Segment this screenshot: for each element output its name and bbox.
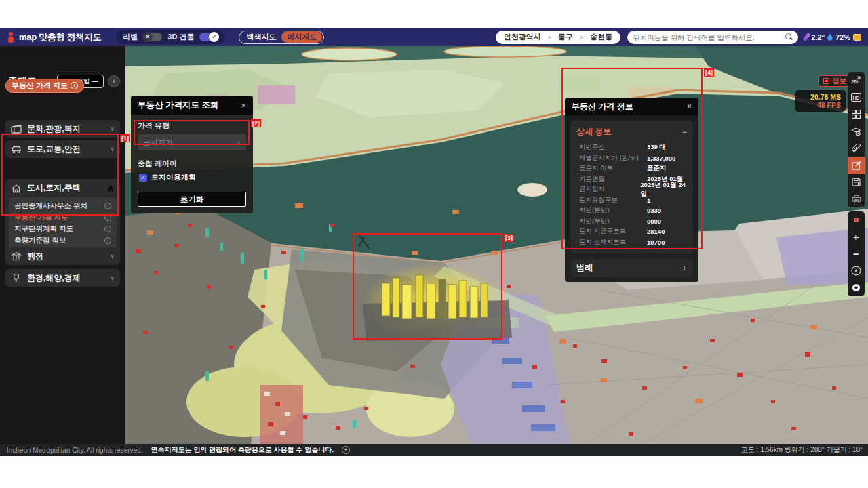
svg-text:HD: HD [853, 96, 860, 100]
sidebar-item-label: 문화,관광,복지 [27, 123, 104, 135]
location-search [627, 30, 798, 44]
copyright-text: Incheon Metropolitan City. All rights re… [7, 447, 142, 454]
culture-icon [11, 124, 22, 134]
expand-notice-icon[interactable]: + [342, 446, 350, 454]
label-toggle[interactable]: × [143, 33, 162, 41]
sublist-item-district-plan-map[interactable]: 지구단위계획 지도 i [9, 223, 117, 235]
active-map-tag[interactable]: 부동산 가격 지도 i [5, 79, 84, 93]
info-icon[interactable]: i [104, 226, 111, 232]
humidity-value: 72% [835, 33, 850, 41]
top-navigation-bar: map 맞춤형 정책지도 라벨 × 3D 건물 ✓ 백색지도 메시지도 인천광역… [0, 28, 868, 46]
cadastral-notice: 연속지적도는 임의 편집되어 측량용으로 사용할 수 없습니다. [151, 445, 333, 455]
annotation-box-3 [353, 233, 502, 340]
government-icon [11, 251, 22, 261]
area-select-icon[interactable] [848, 157, 865, 174]
mesh-map-option[interactable]: 메시지도 [281, 31, 322, 43]
performance-badge: 20.76 MS 48 FPS [795, 90, 846, 112]
chevron-down-icon: ∨ [110, 125, 115, 132]
weather-widget: 2.2° 72% [805, 33, 861, 41]
sidebar-item-label: 행정 [27, 251, 104, 262]
map-nav-strip: + − [848, 211, 865, 296]
close-icon[interactable]: × [241, 100, 246, 110]
annotation-box-4 [561, 68, 703, 249]
tree-icon [11, 273, 22, 283]
breadcrumb-separator: > [580, 34, 583, 41]
chevron-down-icon: ∨ [110, 274, 115, 281]
sidebar-item-label: 환경,해양,경제 [27, 272, 104, 284]
temperature-value: 2.2° [811, 33, 825, 41]
map-tools-strip: 2D HD [848, 72, 865, 207]
logo-title: map 맞춤형 정책지도 [19, 31, 101, 43]
legend-title: 범례 [576, 262, 682, 274]
active-map-tag-label: 부동산 가격 지도 [12, 81, 68, 91]
overlay-layer-label: 중첩 레이어 [138, 159, 246, 169]
info-icon[interactable]: i [71, 82, 78, 89]
humidity-icon [827, 34, 833, 41]
query-panel-title: 부동산 가격지도 조회 [138, 100, 241, 111]
my-location-icon[interactable] [848, 279, 865, 296]
zoom-in-button[interactable]: + [848, 228, 865, 245]
breadcrumb-separator: > [548, 34, 551, 41]
overlay-checkbox-row[interactable]: ✓ 토지이용계획 [139, 172, 246, 182]
legend-card[interactable]: 범례 + [570, 259, 693, 277]
breadcrumb-sido[interactable]: 인천광역시 [504, 32, 541, 42]
annotation-tag-4: [4] [704, 68, 714, 77]
print-icon[interactable] [848, 190, 865, 207]
annotation-tag-2: [2] [251, 119, 261, 127]
compass-reset-icon[interactable] [848, 262, 865, 279]
basemap-segmented-control: 백색지도 메시지도 [239, 30, 324, 44]
annotation-tag-1: [1] [120, 134, 130, 142]
sidebar-item-environment[interactable]: 환경,해양,경제 ∨ [5, 269, 120, 287]
building-3d-toggle[interactable]: ✓ [199, 33, 218, 41]
svg-text:2D: 2D [851, 79, 858, 85]
expand-icon[interactable]: + [682, 263, 687, 273]
render-fps: 48 FPS [800, 101, 841, 109]
info-list-icon [823, 78, 829, 84]
annotation-tag-3: [3] [504, 234, 514, 242]
logo-icon [7, 32, 15, 43]
zoom-out-button[interactable]: − [848, 245, 865, 262]
thermometer-icon [803, 33, 811, 41]
building-toggle-label: 3D 건물 [167, 32, 194, 42]
status-bar: Incheon Metropolitan City. All rights re… [0, 444, 868, 456]
save-icon[interactable] [848, 174, 865, 190]
render-ms: 20.76 MS [800, 93, 841, 101]
query-panel-header: 부동산 가격지도 조회 × [131, 96, 253, 115]
sidebar-item-admin[interactable]: 행정 ∨ [5, 247, 120, 265]
map-info-button[interactable]: 정보 [818, 75, 851, 87]
white-map-option[interactable]: 백색지도 [241, 31, 281, 43]
annotation-box-2 [134, 120, 250, 145]
breadcrumb: 인천광역시 > 동구 > 송현동 [496, 30, 621, 44]
search-input[interactable] [633, 33, 785, 41]
layer-toggle-group: 라벨 × 3D 건물 ✓ [116, 30, 225, 44]
checkbox-checked[interactable]: ✓ [139, 174, 147, 182]
info-icon[interactable]: i [104, 237, 111, 244]
measure-ruler-icon[interactable] [848, 140, 865, 157]
screenshot-stage: map 맞춤형 정책지도 라벨 × 3D 건물 ✓ 백색지도 메시지도 인천광역… [0, 0, 868, 488]
dimension-toggle-icon[interactable]: 2D [848, 72, 865, 89]
price-map-query-panel: 부동산 가격지도 조회 × 가격 유형 공시지가 ∨ 중첩 레이어 ✓ 토지이용… [131, 96, 253, 214]
grid-layout-icon[interactable] [848, 106, 865, 123]
hd-quality-icon[interactable]: HD [848, 89, 865, 106]
theme-map-sidebar: 주제도 모두접힘 ― ‹ 문화,관광,복지 ∨ 도로,교통,안전 ∨ [0, 46, 125, 444]
camera-status: 고도 : 1.56km 방위각 : 288° 기울기 : 18° [741, 445, 863, 455]
app-logo[interactable]: map 맞춤형 정책지도 [7, 31, 101, 43]
breadcrumb-gu[interactable]: 동구 [558, 32, 573, 42]
chevron-down-icon: ∨ [110, 253, 115, 260]
overlay-option-label: 토지이용계획 [151, 172, 196, 182]
air-quality-icon [853, 34, 861, 41]
street-view-icon[interactable] [848, 211, 865, 228]
app-window: map 맞춤형 정책지도 라벨 × 3D 건물 ✓ 백색지도 메시지도 인천광역… [0, 28, 868, 456]
reset-button[interactable]: 초기화 [138, 192, 246, 207]
sidebar-collapse-icon[interactable]: ‹ [108, 75, 120, 87]
sublist-item-survey-points[interactable]: 측량기준점 정보 i [9, 235, 117, 246]
label-toggle-label: 라벨 [123, 32, 138, 42]
map-info-label: 정보 [832, 77, 846, 86]
breadcrumb-dong[interactable]: 송현동 [590, 32, 612, 42]
nav-right-cluster: 인천광역시 > 동구 > 송현동 2.2° 72% [496, 30, 861, 44]
layer-settings-icon[interactable] [848, 123, 865, 140]
annotation-box-1 [1, 134, 119, 216]
search-icon[interactable] [785, 33, 793, 41]
